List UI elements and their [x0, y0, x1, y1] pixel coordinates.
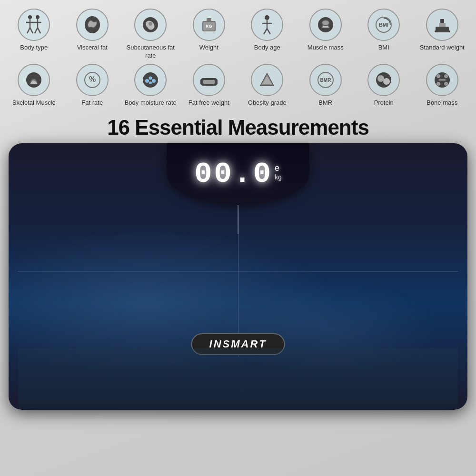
visceral-fat-label: Visceral fat [77, 44, 108, 52]
icon-item-bone-mass: Bone mass [416, 64, 468, 107]
main-content: Body type Visceral fat [0, 0, 476, 476]
weight-label: Weight [199, 44, 218, 52]
subcutaneous-circle [134, 9, 167, 41]
svg-point-52 [444, 82, 448, 86]
svg-point-23 [322, 20, 329, 26]
svg-point-12 [149, 22, 152, 26]
scale-display-notch: 00.0 e kg [167, 143, 309, 205]
svg-rect-53 [438, 79, 446, 81]
main-heading: 16 Essential Measurements [0, 116, 476, 139]
fat-rate-label: Fat rate [81, 99, 103, 107]
scale-reading: 00.0 [194, 159, 273, 189]
weight-circle: KG [193, 9, 225, 41]
icon-item-subcutaneous: Subcutaneous fat rate [124, 9, 177, 60]
svg-line-3 [27, 28, 30, 33]
icons-row-2: Skeletal Muscle % Fat rate [5, 64, 471, 107]
icon-item-protein: Protein [357, 64, 410, 107]
svg-point-0 [28, 15, 32, 19]
heading-section: 16 Essential Measurements [0, 111, 476, 143]
body-age-circle [251, 9, 283, 41]
icon-item-obesity-grade: Obesity grade [241, 64, 293, 107]
icon-item-body-moisture: Body moisture rate [124, 64, 177, 107]
scale-device: 00.0 e kg INSMART [9, 143, 467, 410]
svg-rect-15 [207, 18, 211, 22]
svg-point-32 [143, 72, 158, 88]
svg-line-21 [267, 29, 270, 34]
svg-text:BMI: BMI [379, 22, 388, 28]
obesity-grade-label: Obesity grade [248, 99, 287, 107]
bmr-label: BMR [318, 99, 332, 107]
obesity-grade-circle [251, 64, 283, 96]
svg-point-34 [149, 76, 152, 79]
svg-rect-39 [215, 79, 218, 85]
bmi-circle: BMI [367, 9, 400, 41]
body-type-circle [18, 9, 50, 41]
icon-item-visceral-fat: Visceral fat [66, 9, 119, 52]
svg-line-9 [38, 28, 40, 33]
skeletal-muscle-circle [18, 64, 50, 96]
svg-point-49 [436, 74, 440, 78]
icon-item-bmi: BMI BMI [357, 9, 410, 52]
scale-unit: kg [275, 173, 282, 181]
svg-text:%: % [89, 75, 96, 83]
standard-weight-circle [426, 9, 458, 41]
icon-item-body-type: Body type [8, 9, 60, 52]
subcutaneous-label: Subcutaneous fat rate [124, 44, 177, 60]
bone-mass-label: Bone mass [426, 99, 457, 107]
svg-point-46 [377, 75, 384, 82]
svg-text:KG: KG [206, 24, 212, 29]
icon-item-bmr: BMR BMR [299, 64, 352, 107]
muscle-mass-circle [309, 9, 342, 41]
skeletal-muscle-label: Skeletal Muscle [12, 99, 56, 107]
standard-weight-label: Standard weight [420, 44, 465, 52]
svg-line-4 [30, 28, 33, 33]
protein-label: Protein [374, 99, 394, 107]
svg-point-50 [444, 74, 448, 78]
body-moisture-circle [134, 64, 167, 96]
icon-item-skeletal-muscle: Skeletal Muscle [8, 64, 60, 107]
bone-mass-circle [426, 64, 458, 96]
body-age-label: Body age [254, 44, 280, 52]
svg-rect-27 [435, 30, 450, 32]
body-moisture-label: Body moisture rate [125, 99, 177, 107]
svg-line-20 [264, 29, 267, 34]
svg-point-47 [383, 78, 390, 85]
fat-rate-circle: % [76, 64, 109, 96]
icon-item-fat-free-weight: Fat free weight [183, 64, 235, 107]
icon-item-standard-weight: Standard weight [416, 9, 468, 52]
icons-row-1: Body type Visceral fat [5, 9, 471, 60]
icon-item-muscle-mass: Muscle mass [299, 9, 352, 52]
bmr-circle: BMR [309, 64, 342, 96]
body-type-label: Body type [20, 44, 48, 52]
scale-display: 00.0 e kg [194, 159, 282, 189]
svg-text:BMR: BMR [320, 78, 331, 83]
svg-point-33 [145, 79, 149, 83]
svg-point-5 [36, 15, 40, 19]
svg-rect-40 [203, 80, 215, 84]
svg-point-51 [436, 82, 440, 86]
icon-item-fat-rate: % Fat rate [66, 64, 119, 107]
fat-free-weight-label: Fat free weight [188, 99, 229, 107]
svg-rect-28 [440, 19, 444, 23]
svg-point-35 [152, 79, 156, 83]
svg-line-8 [35, 28, 38, 33]
muscle-mass-label: Muscle mass [307, 44, 344, 52]
icon-item-body-age: Body age [241, 9, 293, 52]
fat-free-weight-circle [193, 64, 225, 96]
display-line [238, 205, 238, 234]
visceral-fat-circle [76, 9, 109, 41]
protein-circle [367, 64, 400, 96]
svg-point-17 [265, 15, 269, 20]
icon-item-weight: KG Weight [183, 9, 235, 52]
scale-superscript: e [275, 163, 279, 173]
bottom-electrode-section [18, 348, 458, 410]
icons-section: Body type Visceral fat [0, 0, 476, 107]
bmi-label: BMI [378, 44, 389, 52]
svg-point-36 [149, 81, 152, 84]
svg-rect-38 [200, 79, 203, 85]
